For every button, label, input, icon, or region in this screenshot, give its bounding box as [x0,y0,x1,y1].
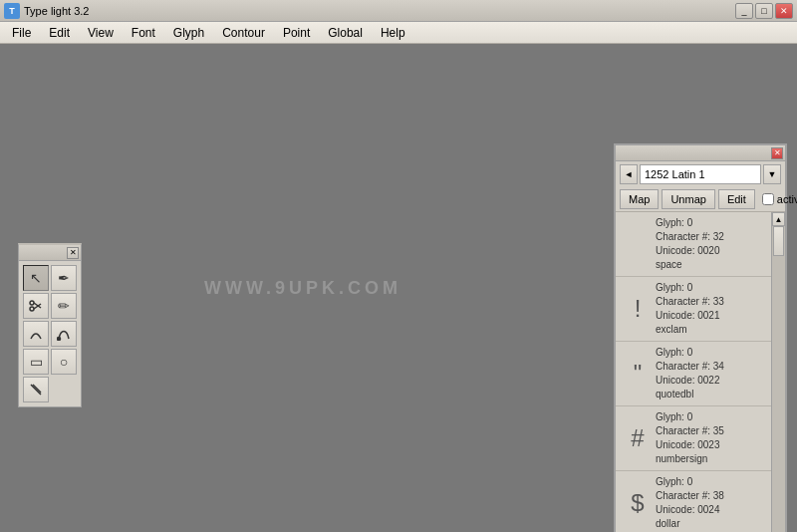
glyph-list-item[interactable]: " Glyph: 0 Character #: 34 Unicode: 0022… [616,342,771,406]
unmap-button[interactable]: Unmap [662,189,714,209]
menu-edit[interactable]: Edit [41,24,78,42]
charset-prev-button[interactable]: ◄ [620,164,638,184]
toolbox-close-button[interactable]: ✕ [67,247,79,259]
close-button[interactable]: ✕ [775,3,793,19]
glyph-name: quotedbl [656,388,767,401]
glyph-unicode: Unicode: 0022 [656,374,767,388]
glyph-panel-close-button[interactable]: ✕ [771,147,783,159]
glyph-unicode: Unicode: 0020 [656,244,767,258]
glyph-list[interactable]: Glyph: 0 Character #: 32 Unicode: 0020 s… [616,212,785,532]
title-bar: T Type light 3.2 _ □ ✕ [0,0,797,22]
node-tool[interactable] [51,321,77,347]
map-button[interactable]: Map [620,189,659,209]
glyph-char-num: Character #: 35 [656,424,767,438]
arrow-select-tool[interactable]: ↖ [23,265,49,291]
glyph-list-item[interactable]: $ Glyph: 0 Character #: 38 Unicode: 0024… [616,471,771,532]
glyph-name: exclam [656,323,767,337]
ellipse-tool[interactable]: ○ [51,349,77,375]
knife-tool[interactable] [23,377,49,402]
glyph-char-num: Character #: 34 [656,360,767,374]
glyph-unicode: Unicode: 0021 [656,309,767,323]
glyph-name: space [656,258,767,272]
charset-dropdown-row: ◄ 1252 Latin 1 ▼ [616,161,785,187]
menu-point[interactable]: Point [275,24,318,42]
glyph-num: Glyph: 0 [656,216,767,230]
charset-expand-button[interactable]: ▼ [763,164,781,184]
toolbox-content: ↖ ✒ ✏ ▭ [19,261,81,406]
menu-file[interactable]: File [4,24,39,42]
pencil-tool[interactable]: ✏ [51,293,77,319]
main-canvas-area: WWW.9UPK.COM ✕ ↖ ✒ ✏ [0,44,797,532]
menu-font[interactable]: Font [124,24,163,42]
active-checkbox-label: active [762,193,797,205]
glyph-scrollbar[interactable]: ▲ ▼ [771,212,785,532]
glyph-info: Glyph: 0 Character #: 32 Unicode: 0020 s… [656,216,767,272]
glyph-list-item[interactable]: ! Glyph: 0 Character #: 33 Unicode: 0021… [616,277,771,342]
curve-tool[interactable] [23,321,49,347]
glyph-name: dollar [656,517,767,531]
glyph-info: Glyph: 0 Character #: 33 Unicode: 0021 e… [656,281,767,337]
glyph-symbol: ! [620,295,656,323]
glyph-list-item[interactable]: Glyph: 0 Character #: 32 Unicode: 0020 s… [616,212,771,277]
scissors-tool[interactable] [23,293,49,319]
title-bar-left: T Type light 3.2 [4,3,89,19]
glyph-panel-titlebar: ✕ [616,145,785,161]
glyph-info: Glyph: 0 Character #: 38 Unicode: 0024 d… [656,475,767,531]
title-buttons: _ □ ✕ [735,3,793,19]
menu-global[interactable]: Global [320,24,371,42]
glyph-num: Glyph: 0 [656,346,767,360]
glyph-char-num: Character #: 33 [656,295,767,309]
action-buttons-row: Map Unmap Edit active [616,187,785,212]
glyph-symbol: " [620,360,656,388]
glyph-symbol: $ [620,489,656,517]
menu-help[interactable]: Help [373,24,413,42]
glyph-info: Glyph: 0 Character #: 34 Unicode: 0022 q… [656,346,767,401]
minimize-button[interactable]: _ [735,3,753,19]
glyph-list-item[interactable]: # Glyph: 0 Character #: 35 Unicode: 0023… [616,406,771,471]
glyph-num: Glyph: 0 [656,475,767,489]
glyph-symbol: # [620,424,656,452]
svg-point-4 [58,338,61,341]
glyph-info: Glyph: 0 Character #: 35 Unicode: 0023 n… [656,410,767,466]
glyph-panel: ✕ ◄ 1252 Latin 1 ▼ Map Unmap Edit active [614,143,787,532]
charset-dropdown[interactable]: 1252 Latin 1 [640,164,761,184]
active-checkbox[interactable] [762,193,774,205]
menu-view[interactable]: View [80,24,122,42]
glyph-num: Glyph: 0 [656,281,767,295]
app-icon: T [4,3,20,19]
menu-bar: File Edit View Font Glyph Contour Point … [0,22,797,44]
maximize-button[interactable]: □ [755,3,773,19]
scrollbar-track [772,226,785,532]
watermark-text: WWW.9UPK.COM [204,278,401,299]
glyph-char-num: Character #: 32 [656,230,767,244]
scrollbar-up-button[interactable]: ▲ [772,212,785,226]
glyph-unicode: Unicode: 0024 [656,503,767,517]
menu-glyph[interactable]: Glyph [165,24,212,42]
toolbox-panel: ✕ ↖ ✒ ✏ [18,243,82,407]
glyph-name: numbersign [656,452,767,466]
window-title: Type light 3.2 [24,5,89,17]
svg-line-5 [31,385,41,395]
scrollbar-thumb[interactable] [773,226,784,256]
svg-point-1 [30,307,34,311]
menu-contour[interactable]: Contour [214,24,273,42]
glyph-num: Glyph: 0 [656,410,767,424]
edit-button[interactable]: Edit [718,189,755,209]
glyph-unicode: Unicode: 0023 [656,438,767,452]
bezier-pen-tool[interactable]: ✒ [51,265,77,291]
rectangle-tool[interactable]: ▭ [23,349,49,375]
toolbox-titlebar: ✕ [19,245,81,261]
svg-point-0 [30,301,34,305]
glyph-char-num: Character #: 38 [656,489,767,503]
